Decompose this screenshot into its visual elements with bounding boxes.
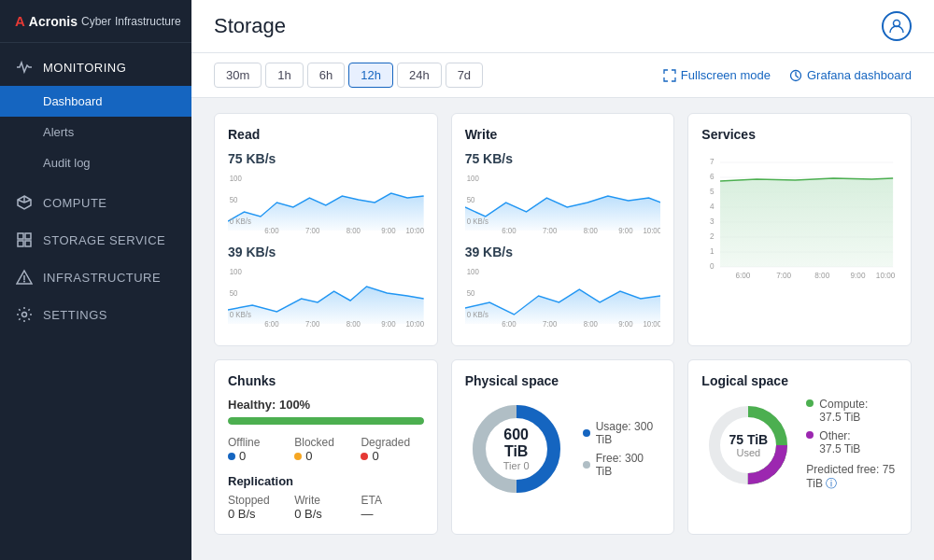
storage-label: STORAGE SERVICE — [43, 233, 165, 247]
sidebar-sub-alerts[interactable]: Alerts — [0, 117, 191, 147]
physical-donut-container: 600 TiB Tier 0 Usage: 300 TiB — [465, 398, 661, 500]
read-top-value: 75 KB/s — [228, 151, 424, 166]
svg-text:8:00: 8:00 — [347, 225, 361, 235]
offline-label: Offline — [228, 436, 290, 449]
svg-text:7:00: 7:00 — [543, 318, 558, 329]
chunks-healthy-text: Healthy: 100% — [228, 398, 424, 412]
svg-text:6:00: 6:00 — [264, 225, 279, 235]
page-title: Storage — [214, 14, 286, 38]
svg-marker-65 — [720, 178, 893, 267]
services-title: Services — [701, 127, 898, 142]
svg-text:6:00: 6:00 — [502, 225, 517, 235]
svg-line-1 — [18, 200, 24, 203]
infrastructure-label: INFRASTRUCTURE — [43, 271, 161, 285]
read-card: Read 75 KB/s — [214, 113, 438, 346]
svg-text:100: 100 — [466, 266, 478, 276]
grafana-label: Grafana dashboard — [807, 68, 912, 82]
degraded-value: 0 — [361, 449, 423, 463]
rep-write-value: 0 B/s — [294, 507, 357, 521]
read-charts: 75 KB/s 100 50 — [228, 151, 424, 332]
physical-main-value: 600 TiB — [490, 427, 542, 460]
compute-label: COMPUTE — [43, 196, 107, 210]
stopped-value: 0 B/s — [228, 507, 290, 521]
predicted-info-icon[interactable]: ⓘ — [826, 477, 837, 490]
svg-text:6:00: 6:00 — [502, 318, 517, 329]
usage-label: Usage: 300 TiB — [596, 420, 661, 446]
sidebar-item-settings[interactable]: SETTINGS — [0, 296, 191, 333]
logical-legend: Compute: 37.5 TiB Other: 37.5 TiB — [806, 398, 898, 492]
svg-text:1: 1 — [710, 246, 715, 256]
logo-icon: A — [15, 13, 25, 29]
time-btn-12h[interactable]: 12h — [348, 63, 393, 88]
write-top-chart: 100 50 0 KB/s 6:00 7:00 8:00 9:00 10:00 — [465, 170, 661, 235]
chunks-title: Chunks — [228, 373, 424, 388]
svg-text:3: 3 — [710, 217, 715, 226]
sidebar-item-storage[interactable]: STORAGE SERVICE — [0, 221, 191, 259]
logical-donut-label: 75 TiB Used — [729, 432, 768, 458]
predicted-free-text: Predicted free: 75 TiB ⓘ — [806, 463, 898, 492]
chunks-healthy-label: Healthy: — [228, 398, 276, 412]
sidebar-item-monitoring[interactable]: MONITORING — [0, 49, 191, 86]
logo-cyber: Cyber — [81, 15, 111, 28]
logo-infra: Infrastructure — [115, 15, 181, 28]
time-btn-30m[interactable]: 30m — [214, 63, 262, 88]
replication-title: Replication — [228, 474, 424, 488]
svg-rect-3 — [18, 233, 23, 239]
toolbar: 30m 1h 6h 12h 24h 7d Fullscreen mode Gra… — [191, 53, 934, 98]
svg-rect-5 — [18, 241, 23, 246]
main-header: Storage — [191, 0, 934, 53]
svg-text:100: 100 — [230, 173, 242, 183]
services-card: Services 7 6 5 4 3 2 1 — [687, 113, 912, 346]
svg-point-9 — [23, 281, 25, 283]
logical-title: Logical space — [701, 373, 898, 388]
svg-text:8:00: 8:00 — [347, 318, 361, 329]
sidebar-item-infrastructure[interactable]: INFRASTRUCTURE — [0, 259, 191, 296]
chunks-progress-fill — [228, 417, 424, 425]
svg-text:0 KB/s: 0 KB/s — [466, 309, 488, 319]
time-btn-6h[interactable]: 6h — [307, 63, 345, 88]
svg-text:7:00: 7:00 — [305, 225, 320, 235]
grafana-dashboard-link[interactable]: Grafana dashboard — [789, 68, 912, 82]
rep-write-label: Write — [294, 494, 357, 507]
logo-acronis: Acronis — [29, 14, 78, 29]
svg-text:10:00: 10:00 — [643, 225, 660, 235]
svg-text:100: 100 — [230, 266, 242, 276]
svg-text:0: 0 — [710, 261, 715, 271]
svg-text:100: 100 — [466, 173, 478, 183]
user-icon[interactable] — [882, 11, 912, 41]
svg-line-2 — [24, 200, 31, 203]
time-btn-24h[interactable]: 24h — [397, 63, 442, 88]
sidebar-sub-auditlog[interactable]: Audit log — [0, 147, 191, 178]
physical-donut-label: 600 TiB Tier 0 — [490, 427, 542, 471]
physical-title: Physical space — [465, 373, 661, 388]
svg-text:50: 50 — [230, 194, 238, 204]
svg-point-10 — [22, 313, 27, 317]
time-btn-7d[interactable]: 7d — [446, 63, 483, 88]
svg-text:50: 50 — [230, 287, 238, 298]
blocked-label: Blocked — [294, 436, 357, 449]
replication-stats: Stopped 0 B/s Write 0 B/s ETA — — [228, 494, 424, 521]
svg-text:6:00: 6:00 — [736, 271, 751, 280]
logical-space-card: Logical space 75 TiB Used — [687, 359, 912, 535]
logical-donut: 75 TiB Used — [701, 399, 795, 492]
sidebar-item-compute[interactable]: COMPUTE — [0, 184, 191, 221]
svg-text:8:00: 8:00 — [583, 318, 598, 329]
svg-text:8:00: 8:00 — [583, 225, 598, 235]
svg-text:0 KB/s: 0 KB/s — [466, 216, 488, 226]
svg-text:7: 7 — [710, 157, 715, 166]
monitoring-section: MONITORING Dashboard Alerts Audit log — [0, 43, 191, 184]
fullscreen-mode-link[interactable]: Fullscreen mode — [663, 68, 771, 82]
svg-text:10:00: 10:00 — [405, 225, 423, 235]
svg-text:9:00: 9:00 — [618, 225, 633, 235]
time-btn-1h[interactable]: 1h — [265, 63, 303, 88]
chunks-progress-bar — [228, 417, 424, 425]
svg-text:50: 50 — [466, 287, 474, 298]
svg-text:6:00: 6:00 — [264, 318, 279, 329]
toolbar-actions: Fullscreen mode Grafana dashboard — [663, 68, 912, 82]
free-label: Free: 300 TiB — [596, 452, 661, 478]
logo: A Acronis Cyber Infrastructure — [0, 0, 191, 43]
write-bottom-value: 39 KB/s — [465, 245, 661, 259]
blocked-dot — [294, 453, 302, 460]
svg-text:4: 4 — [710, 202, 715, 211]
sidebar-sub-dashboard[interactable]: Dashboard — [0, 86, 191, 117]
